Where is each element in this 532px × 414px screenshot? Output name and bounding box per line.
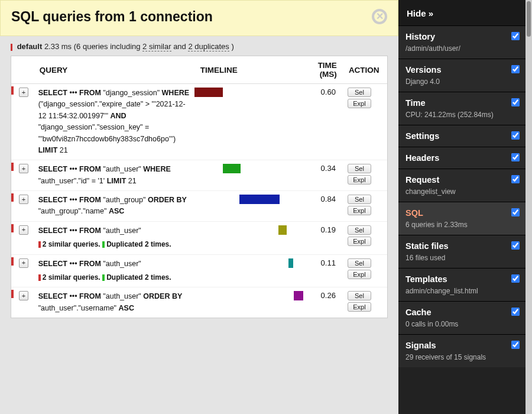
table-row: + SELECT ••• FROM "auth_group" ORDER BY …: [11, 191, 387, 222]
query-text: SELECT ••• FROM "auth_group" ORDER BY "a…: [34, 191, 194, 222]
panel-history[interactable]: History /admin/auth/user/: [398, 25, 525, 59]
expand-button[interactable]: +: [19, 164, 28, 173]
panel-time[interactable]: Time CPU: 241.22ms (252.84ms): [398, 92, 525, 125]
query-text: SELECT ••• FROM "auth_user"2 similar que…: [34, 254, 194, 287]
expand-button[interactable]: +: [19, 195, 28, 204]
panel-subtitle: Django 4.0: [406, 77, 518, 86]
timeline-bar: [223, 164, 241, 173]
duplicates-link[interactable]: 2 duplicates: [188, 42, 229, 51]
sel-button[interactable]: Sel: [348, 258, 371, 268]
table-row: + SELECT ••• FROM "auth_user" ORDER BY "…: [11, 287, 387, 318]
hide-toolbar-button[interactable]: Hide »: [398, 0, 525, 25]
duplicated-tag: Duplicated 2 times.: [102, 273, 171, 282]
panel-settings[interactable]: Settings: [398, 125, 525, 147]
col-time: TIME (MS): [306, 56, 343, 84]
duplicated-tag: Duplicated 2 times.: [102, 240, 171, 248]
panel-sql[interactable]: ▷ SQL 6 queries in 2.33ms: [398, 202, 525, 235]
query-time: 0.84: [306, 191, 343, 222]
summary-prefix: (6 queries including: [74, 42, 142, 51]
panel-title: Templates: [406, 274, 518, 284]
timeline-bar: [194, 88, 223, 97]
sel-button[interactable]: Sel: [348, 291, 371, 300]
connection-time: 2.33 ms: [44, 42, 72, 51]
expl-button[interactable]: Expl: [348, 175, 371, 185]
table-row: + SELECT ••• FROM "auth_user" WHERE "aut…: [11, 160, 387, 191]
panel-enable-checkbox[interactable]: [511, 32, 520, 40]
expl-button[interactable]: Expl: [348, 206, 371, 215]
panel-enable-checkbox[interactable]: [511, 341, 520, 349]
panel-templates[interactable]: Templates admin/change_list.html: [398, 268, 525, 301]
panel-enable-checkbox[interactable]: [511, 131, 520, 140]
sel-button[interactable]: Sel: [348, 195, 371, 204]
similar-link[interactable]: 2 similar: [142, 42, 171, 51]
expand-button[interactable]: +: [19, 291, 28, 300]
titlebar: SQL queries from 1 connection ✕: [0, 0, 398, 36]
vertical-scrollbar[interactable]: [525, 0, 532, 414]
query-time: 0.34: [306, 160, 343, 191]
query-time: 0.11: [306, 254, 343, 287]
timeline-bar: [288, 258, 293, 268]
panel-title: Cache: [406, 308, 518, 317]
col-timeline: TIMELINE: [194, 56, 306, 84]
queries-table: QUERY TIMELINE TIME (MS) ACTION + SELECT…: [11, 56, 387, 318]
expl-button[interactable]: Expl: [348, 302, 371, 312]
query-text: SELECT ••• FROM "auth_user"2 similar que…: [34, 221, 194, 254]
query-time: 0.60: [306, 84, 343, 160]
panel-title: Headers: [406, 153, 518, 163]
panel-title: SQL queries from 1 connection: [11, 9, 213, 25]
sel-button[interactable]: Sel: [348, 88, 371, 97]
similar-tag: 2 similar queries.: [38, 240, 100, 248]
timeline-bar: [239, 195, 280, 204]
timeline-bar: [278, 225, 287, 235]
sel-button[interactable]: Sel: [348, 164, 371, 173]
sel-button[interactable]: Sel: [348, 225, 371, 235]
summary-suffix: ): [229, 42, 234, 51]
panel-enable-checkbox[interactable]: [511, 175, 520, 183]
panel-request[interactable]: Request changelist_view: [398, 169, 525, 202]
query-time: 0.26: [306, 287, 343, 318]
panel-title: Request: [406, 175, 518, 185]
panel-enable-checkbox[interactable]: [511, 208, 520, 216]
panel-subtitle: 16 files used: [406, 254, 518, 262]
panel-subtitle: changelist_view: [406, 187, 518, 196]
expand-button[interactable]: +: [19, 225, 28, 235]
timeline-cell: [194, 191, 306, 222]
similar-tag: 2 similar queries.: [38, 273, 100, 282]
panel-subtitle: 6 queries in 2.33ms: [406, 221, 518, 229]
close-icon[interactable]: ✕: [372, 9, 387, 24]
timeline-cell: [194, 160, 306, 191]
panel-enable-checkbox[interactable]: [511, 65, 520, 73]
expl-button[interactable]: Expl: [348, 99, 371, 108]
panel-enable-checkbox[interactable]: [511, 308, 520, 316]
panel-enable-checkbox[interactable]: [511, 241, 520, 250]
col-query: QUERY: [34, 56, 194, 84]
connection-summary: default 2.33 ms (6 queries including 2 s…: [0, 36, 398, 56]
panel-enable-checkbox[interactable]: [511, 274, 520, 283]
panel-cache[interactable]: Cache 0 calls in 0.00ms: [398, 301, 525, 334]
query-text: SELECT ••• FROM "auth_user" ORDER BY "au…: [34, 287, 194, 318]
panel-signals[interactable]: Signals 29 receivers of 15 signals: [398, 334, 525, 367]
scrollbar-thumb[interactable]: [527, 1, 531, 37]
panel-enable-checkbox[interactable]: [511, 98, 520, 106]
panel-static-files[interactable]: Static files 16 files used: [398, 235, 525, 268]
debug-toolbar-sidebar: Hide » History /admin/auth/user/ Version…: [398, 0, 525, 414]
connection-color-bar: [11, 44, 12, 51]
panel-title: Signals: [406, 341, 518, 350]
timeline-cell: [194, 84, 306, 160]
expl-button[interactable]: Expl: [348, 237, 371, 246]
expl-button[interactable]: Expl: [348, 270, 371, 279]
query-time: 0.19: [306, 221, 343, 254]
query-text: SELECT ••• FROM "auth_user" WHERE "auth_…: [34, 160, 194, 191]
table-row: + SELECT ••• FROM "django_session" WHERE…: [11, 84, 387, 160]
panel-enable-checkbox[interactable]: [511, 153, 520, 161]
expand-button[interactable]: +: [19, 258, 28, 268]
timeline-bar: [294, 291, 303, 300]
panel-title: Versions: [406, 65, 518, 75]
table-row: + SELECT ••• FROM "auth_user"2 similar q…: [11, 254, 387, 287]
timeline-cell: [194, 254, 306, 287]
panel-title: Time: [406, 98, 518, 108]
expand-button[interactable]: +: [19, 88, 28, 97]
panel-title: Static files: [406, 241, 518, 251]
panel-versions[interactable]: Versions Django 4.0: [398, 59, 525, 92]
panel-headers[interactable]: Headers: [398, 147, 525, 169]
